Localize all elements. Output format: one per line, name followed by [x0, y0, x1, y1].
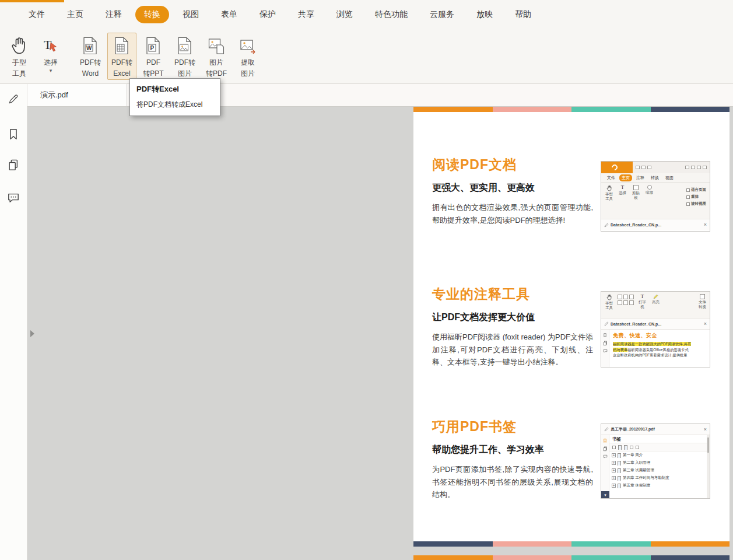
thumb-menu-convert: 转换 [648, 174, 661, 181]
hand-icon [606, 185, 612, 191]
pdf-section-annotation: 专业的注释工具 让PDF文档发挥更大价值 使用福昕PDF阅读器 (foxit r… [432, 285, 593, 369]
section-subheading: 更强大、更实用、更高效 [432, 182, 593, 194]
edit-pencil-icon [604, 427, 609, 432]
section-body: 为PDF页面添加书签,除了实现内容的快速导航,书签还能指明不同书签的层级关系,展… [432, 463, 593, 501]
section-subheading: 让PDF文档发挥更大价值 [432, 312, 593, 324]
menu-tab-present[interactable]: 放映 [468, 6, 501, 23]
menu-tab-features[interactable]: 特色功能 [366, 6, 416, 23]
window-controls-icons [682, 162, 710, 173]
pdf-to-excel-button[interactable]: PDF转 Excel [107, 33, 136, 80]
image-to-pdf-button[interactable]: 图片 转PDF [202, 33, 231, 80]
screenshot-bookmarks-ui: 员工手册_20120917.pdf × ▼ 书签 +第一章 简介 [601, 424, 710, 499]
pdf-to-excel-label-line2: Excel [113, 68, 130, 79]
bookmark-icon [618, 484, 621, 488]
thumb-hand-tool: 手型工具 [604, 185, 614, 219]
pdf-to-word-button[interactable]: W PDF转 Word [76, 33, 105, 80]
menu-tab-home[interactable]: 主页 [58, 6, 92, 23]
fit-page-option: 适合页面 [686, 187, 706, 192]
thumb-menu-view: 视图 [663, 174, 676, 181]
extract-image-button[interactable]: 提取 图片 [233, 33, 262, 80]
bookmarks-panel-icon[interactable] [6, 127, 20, 141]
close-icon: × [704, 427, 707, 432]
bookmark-icon [618, 468, 621, 473]
chevron-down-icon: ▾ [50, 68, 52, 74]
pdf-page-1: 阅读PDF文档 更强大、更实用、更高效 拥有出色的文档渲染效果,强大的页面管理功… [413, 107, 730, 547]
thumb-doc-tab: Datasheet_Reader_CN.p... × [601, 219, 710, 230]
file-convert-icon [700, 294, 705, 299]
edit-pencil-icon [604, 321, 609, 326]
bookmark-item: +第二章 入职管理 [609, 459, 710, 467]
select-cursor-icon: T [43, 34, 59, 57]
thumb-menu-row: 文件 主页 注释 转换 视图 [601, 173, 710, 182]
pdf-to-image-button[interactable]: PDF转 图片 [170, 33, 199, 80]
document-tab[interactable]: 演示.pdf [27, 84, 127, 106]
pdf-to-excel-tooltip: PDF转Excel 将PDF文档转成Excel [129, 78, 220, 116]
select-tool-button[interactable]: T 选择 ▾ [36, 33, 65, 79]
bookmark-item: +第三章 试用期管理 [609, 467, 710, 474]
bookmark-panel-title: 书签 [609, 435, 710, 443]
thumb-highlight-tool: 高亮 [651, 294, 661, 318]
pdf-section-reading: 阅读PDF文档 更强大、更实用、更高效 拥有出色的文档渲染效果,强大的页面管理功… [432, 156, 593, 226]
menu-tab-file[interactable]: 文件 [20, 6, 54, 23]
comments-panel-icon [603, 454, 608, 459]
menu-tab-convert[interactable]: 转换 [135, 6, 169, 23]
tooltip-title: PDF转Excel [136, 84, 213, 94]
pages-panel-icon[interactable] [6, 158, 20, 172]
left-panel-rail [0, 84, 27, 560]
scrollbar [707, 435, 710, 499]
document-canvas[interactable]: 阅读PDF文档 更强大、更实用、更高效 拥有出色的文档渲染效果,强大的页面管理功… [27, 107, 733, 560]
pdf-to-ppt-label-line1: PDF [146, 57, 160, 68]
pdf-section-bookmarks: 巧用PDF书签 帮助您提升工作、学习效率 为PDF页面添加书签,除了实现内容的快… [432, 418, 593, 501]
thumb-left-rail [601, 330, 609, 368]
menu-tab-cloud[interactable]: 云服务 [421, 6, 463, 23]
thumb-content: 免费、快速、安全 福昕阅读器是一款功能强大的PDF阅读软件,具有 档与表单福昕阅… [601, 330, 710, 368]
quick-access-icons [633, 162, 654, 173]
thumb-orange-heading: 免费、快速、安全 [613, 332, 706, 340]
section-body: 使用福昕PDF阅读器 (foxit reader) 为PDF文件添加注释,可对P… [432, 331, 593, 369]
bookmark-panel-toolbar-icons [609, 443, 710, 452]
page-top-color-bar [413, 107, 730, 112]
expand-icon: + [612, 468, 616, 473]
pdf-to-word-label-line1: PDF转 [80, 57, 101, 68]
thumb-left-rail: ▼ [601, 435, 609, 499]
edit-pencil-icon[interactable] [6, 92, 20, 106]
thumb-text-line: 福昕阅读器是一款功能强大的PDF阅读软件,具有 [613, 341, 706, 347]
menu-tab-form[interactable]: 表单 [212, 6, 246, 23]
thumb-text-line: 档与表单福昕阅读器采用Office风格的选项卡式 [613, 347, 706, 353]
highlighter-icon [653, 294, 658, 299]
comments-panel-icon[interactable] [6, 191, 20, 205]
thumb-file-convert-tool: 文件转换 [697, 294, 707, 318]
extract-image-icon [240, 34, 256, 57]
menu-tab-help[interactable]: 帮助 [506, 6, 540, 23]
typewriter-icon: T [641, 294, 644, 299]
menu-tab-browse[interactable]: 浏览 [328, 6, 362, 23]
pdf-to-excel-icon [114, 34, 129, 57]
hand-tool-button[interactable]: 手型 工具 [5, 33, 34, 80]
window-accent-strip [0, 0, 64, 2]
collapse-arrow-icon: ▼ [601, 491, 609, 499]
menu-tab-protect[interactable]: 保护 [251, 6, 285, 23]
bookmark-item: +第五章 休假制度 [609, 482, 710, 489]
bookmark-icon [618, 453, 621, 458]
expand-icon: + [612, 461, 616, 465]
section-body: 拥有出色的文档渲染效果,强大的页面管理功能,帮助提升效率,是您阅读PDF的理想选… [432, 201, 593, 226]
menu-tab-comment[interactable]: 注释 [97, 6, 131, 23]
document-tab-title: 演示.pdf [40, 90, 68, 100]
section-subheading: 帮助您提升工作、学习效率 [432, 444, 593, 456]
pages-panel-icon [603, 446, 608, 452]
expand-icon: + [612, 453, 616, 457]
hand-tool-label-line1: 手型 [12, 57, 26, 68]
thumb-toolbar: 手型工具 T 打字机 高亮 文件转换 [601, 292, 710, 318]
panel-expander-arrow-icon[interactable] [30, 330, 34, 337]
pdf-to-word-label-line2: Word [82, 68, 99, 79]
menu-tab-view[interactable]: 视图 [174, 6, 208, 23]
rotate-view-icon [686, 202, 690, 206]
thumb-titlebar [601, 162, 710, 173]
bookmarks-panel-icon [603, 438, 607, 443]
expand-icon: + [612, 476, 616, 480]
menu-tab-share[interactable]: 共享 [289, 6, 323, 23]
extract-image-label-line2: 图片 [241, 68, 255, 79]
section-heading: 专业的注释工具 [432, 285, 593, 303]
pdf-to-ppt-button[interactable]: P PDF 转PPT [139, 33, 168, 80]
thumb-select-tool: T 选择 [618, 185, 627, 219]
